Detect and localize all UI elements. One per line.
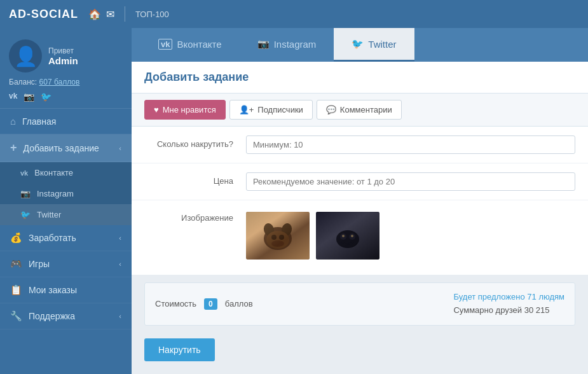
support-chevron-icon: ‹ [119, 312, 121, 320]
add-nav-icon: + [10, 141, 17, 155]
home-nav-icon: ⌂ [10, 116, 16, 127]
sidebar-item-earn[interactable]: 💰 Заработать ‹ [0, 225, 132, 251]
twitter-tab-label: Twitter [368, 39, 396, 50]
action-tabs: ♥ Мне нравится 👤+ Подписчики 💬 Комментар… [132, 94, 588, 127]
tab-vkontakte[interactable]: vk Вконтакте [140, 28, 240, 62]
svg-point-10 [342, 235, 345, 237]
sidebar-item-instagram[interactable]: 📷 Instagram [0, 183, 132, 204]
user-info: Привет Admin [48, 46, 78, 66]
submit-button[interactable]: Накрутить [144, 338, 215, 361]
add-task-chevron-icon: ‹ [119, 144, 121, 152]
price-input[interactable] [246, 172, 575, 191]
content-area: Добавить задание ♥ Мне нравится 👤+ Подпи… [132, 62, 588, 366]
cost-label: Стоимость [155, 299, 196, 308]
tab-comments[interactable]: 💬 Комментарии [317, 100, 402, 120]
header: AD-SOCIAL 🏠 ✉ ТОП-100 [0, 0, 588, 28]
sidebar-item-add-task-label: Добавить задание [24, 143, 99, 153]
avatar: 👤 [9, 39, 42, 73]
user-section: 👤 Привет Admin Баланс: 607 баллов vk 📷 🐦 [0, 28, 132, 109]
support-nav-icon: 🔧 [10, 310, 22, 322]
sidebar-item-vkontakte[interactable]: vk Вконтакте [0, 162, 132, 183]
offer-text: Будет предложено 71 людям [453, 291, 564, 304]
likes-label: Мне нравится [163, 105, 216, 114]
username: Admin [48, 55, 78, 66]
greeting-label: Привет [48, 46, 78, 55]
earn-chevron-icon: ‹ [119, 234, 121, 242]
balance-row: Баланс: 607 баллов [9, 78, 79, 87]
twitter-sidebar-icon[interactable]: 🐦 [41, 92, 51, 102]
summary-bar: Стоимость 0 баллов Будет предложено 71 л… [144, 282, 575, 326]
vk-tab-label: Вконтакте [177, 39, 221, 50]
svg-point-11 [351, 235, 353, 237]
svg-point-5 [279, 235, 284, 240]
sidebar-item-home[interactable]: ⌂ Главная [0, 109, 132, 134]
comments-label: Комментарии [340, 105, 392, 114]
sidebar-item-support[interactable]: 🔧 Поддержка ‹ [0, 303, 132, 329]
logo: AD-SOCIAL [9, 8, 78, 21]
main-content: vk Вконтакте 📷 Instagram 🐦 Twitter Добав… [132, 28, 588, 374]
form-area: Сколько накрутить? Цена Изображение [132, 127, 588, 275]
games-nav-icon: 🎮 [10, 258, 22, 270]
price-label: Цена [144, 172, 246, 186]
svg-point-6 [271, 240, 284, 247]
tab-instagram[interactable]: 📷 Instagram [240, 28, 334, 62]
sidebar-item-add-task[interactable]: + Добавить задание ‹ [0, 134, 132, 162]
followers-icon: 👤+ [239, 105, 254, 114]
thumbnail-2 [316, 212, 379, 260]
home-icon[interactable]: 🏠 [88, 8, 101, 20]
image-thumbnails [246, 212, 379, 260]
likes-icon: ♥ [154, 105, 159, 114]
quantity-label: Сколько накрутить? [144, 135, 246, 149]
sidebar-item-myorders[interactable]: 📋 Мои заказы [0, 277, 132, 303]
platform-tabs: vk Вконтакте 📷 Instagram 🐦 Twitter [132, 28, 588, 62]
games-chevron-icon: ‹ [119, 260, 121, 268]
layout: 👤 Привет Admin Баланс: 607 баллов vk 📷 🐦… [0, 28, 588, 374]
summary-right: Будет предложено 71 людям Суммарно друзе… [453, 291, 564, 317]
image-row: Изображение [132, 200, 588, 268]
price-row: Цена [132, 163, 588, 200]
svg-point-7 [336, 230, 359, 248]
user-top: 👤 Привет Admin [9, 39, 78, 73]
sidebar-item-twitter-label: Twitter [37, 210, 61, 219]
twitter-subnav-icon: 🐦 [20, 210, 31, 219]
instagram-tab-label: Instagram [274, 39, 317, 50]
top100-link[interactable]: ТОП-100 [135, 10, 169, 19]
sidebar-item-games[interactable]: 🎮 Игры ‹ [0, 251, 132, 277]
balance-value[interactable]: 607 баллов [39, 78, 80, 87]
cost-value: 0 [204, 298, 217, 310]
instagram-sidebar-icon[interactable]: 📷 [24, 92, 34, 102]
balls-label: баллов [225, 299, 253, 308]
vk-tab-icon: vk [158, 39, 172, 50]
social-icons-row: vk 📷 🐦 [9, 92, 51, 102]
vk-subnav-icon: vk [20, 169, 28, 177]
sidebar-item-twitter[interactable]: 🐦 Twitter [0, 204, 132, 225]
instagram-subnav-icon: 📷 [20, 189, 31, 198]
sidebar-item-earn-label: Заработать [29, 233, 76, 243]
content-title: Добавить задание [132, 62, 588, 94]
comments-icon: 💬 [326, 105, 336, 114]
quantity-row: Сколько накрутить? [132, 127, 588, 163]
twitter-tab-icon: 🐦 [352, 38, 364, 50]
header-icon-group: 🏠 ✉ [88, 8, 114, 20]
sidebar-item-games-label: Игры [29, 259, 50, 269]
friends-text: Суммарно друзей 30 215 [453, 304, 564, 317]
balance-label: Баланс: [9, 78, 37, 87]
sidebar: 👤 Привет Admin Баланс: 607 баллов vk 📷 🐦… [0, 28, 132, 374]
thumbnail-1 [246, 212, 310, 260]
sidebar-item-support-label: Поддержка [29, 311, 75, 321]
sidebar-item-vkontakte-label: Вконтакте [34, 168, 73, 177]
tab-likes[interactable]: ♥ Мне нравится [144, 100, 226, 120]
quantity-input[interactable] [246, 135, 575, 154]
svg-point-4 [271, 235, 277, 240]
sub-nav: vk Вконтакте 📷 Instagram 🐦 Twitter [0, 162, 132, 225]
tab-followers[interactable]: 👤+ Подписчики [229, 100, 313, 120]
instagram-tab-icon: 📷 [257, 38, 270, 50]
image-label: Изображение [144, 209, 246, 223]
tab-twitter[interactable]: 🐦 Twitter [334, 28, 414, 62]
followers-label: Подписчики [257, 105, 303, 114]
vk-sidebar-icon[interactable]: vk [9, 92, 17, 102]
sidebar-item-home-label: Главная [22, 116, 56, 127]
sidebar-item-instagram-label: Instagram [37, 189, 74, 198]
mail-icon[interactable]: ✉ [106, 8, 114, 20]
earn-nav-icon: 💰 [10, 232, 22, 244]
